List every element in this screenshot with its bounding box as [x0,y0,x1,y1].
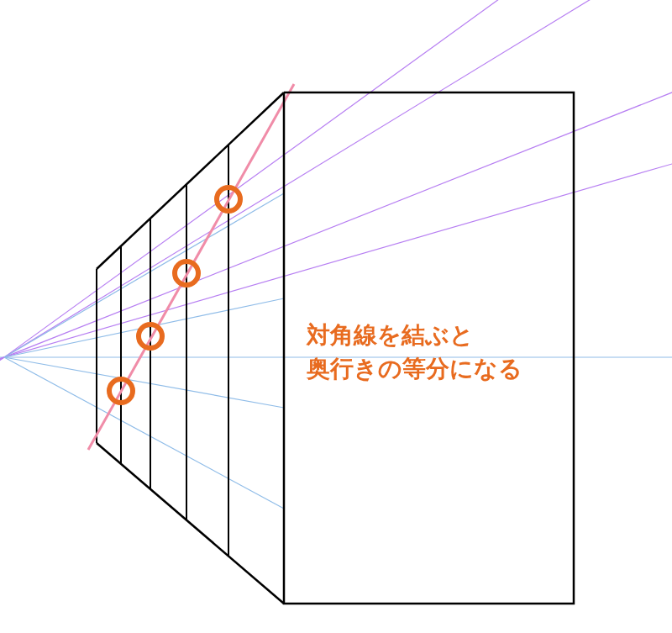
vanishing-ray-0 [0,0,672,633]
annotation-line-1: 対角線を結ぶと [306,322,474,348]
front-face [284,92,574,604]
vanishing-ray-2 [0,0,672,633]
vanishing-ray-3 [0,0,672,631]
division-ray-2 [4,357,284,408]
perspective-diagram: 対角線を結ぶと奥行きの等分になる [0,0,672,633]
annotation-line-2: 奥行きの等分になる [306,356,522,382]
side-top-edge [97,92,284,269]
side-bottom-edge [97,443,284,604]
division-ray-0 [4,193,284,357]
vanishing-ray-1 [0,0,672,633]
diagonal-line [88,84,294,450]
division-ray-3 [4,357,284,509]
